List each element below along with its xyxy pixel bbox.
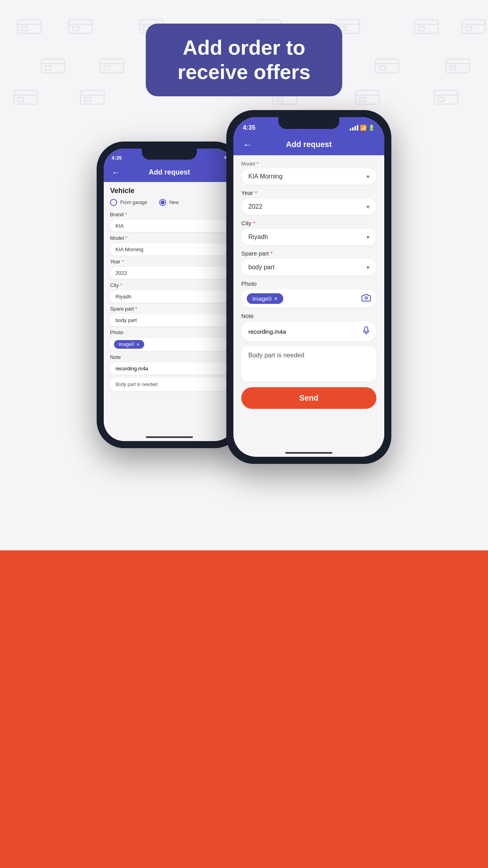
header-title-1: Add request [149,168,190,177]
model-label: Model * [110,235,229,241]
svg-rect-17 [418,27,424,31]
city-label-2: City * [241,220,376,226]
svg-rect-50 [438,97,444,101]
vehicle-radio-group: From garage New [110,199,229,206]
note-text-field-1[interactable]: Body part is needed [110,378,229,391]
svg-rect-35 [450,66,456,70]
chevron-model: ▾ [367,173,369,180]
signal-bars [350,125,358,131]
chevron-spare-part: ▾ [367,264,369,270]
note-audio-field-2[interactable]: recording.m4a [241,322,376,342]
note-label-2: Note [241,313,376,319]
form-content-2: Model * KIA Morning ▾ Year * 2022 ▾ City… [233,155,384,455]
radio-from-garage[interactable]: From garage [110,199,147,206]
image-tag-1: image0 ✕ [114,340,144,349]
city-dropdown-2[interactable]: Riyadh ▾ [241,229,376,245]
form-content-1: Vehicle From garage New Brand * [104,182,235,439]
svg-rect-47 [360,97,365,101]
notch-2 [279,117,339,129]
model-dropdown[interactable]: KIA Morning [110,243,229,256]
phone-frame-2: 4:35 ✈ 📶 🔋 ← Add request [226,110,391,464]
svg-rect-26 [104,66,110,70]
svg-rect-20 [466,27,471,31]
note-audio-field-1[interactable]: recording.m4a [110,362,229,375]
signal-bar-2 [352,127,354,131]
svg-rect-44 [277,97,283,101]
year-dropdown-2[interactable]: 2022 ▾ [241,199,376,215]
svg-rect-2 [22,27,28,31]
year-label: Year * [110,259,229,265]
banner-text: Add order to receive offers [177,35,311,85]
city-dropdown[interactable]: Riyadh [110,291,229,303]
camera-icon-2[interactable] [361,294,371,304]
home-indicator-2 [285,452,332,454]
header-banner: Add order to receive offers [146,24,342,96]
svg-rect-41 [84,97,90,101]
photo-field-2[interactable]: image0 ✕ [241,289,376,308]
note-textarea-2[interactable]: Body part is needed [241,346,376,382]
city-label: City * [110,282,229,288]
phone-screen-1: 4:35 ✈ ← Add request Vehicle From garage [104,149,235,441]
chevron-city: ▾ [367,234,369,240]
notch-1 [142,149,197,160]
mic-icon-2[interactable] [363,326,369,337]
svg-rect-38 [18,97,24,101]
spare-part-dropdown[interactable]: body part [110,314,229,326]
image-tag-2: image0 ✕ [247,293,283,304]
svg-rect-32 [379,66,385,70]
phones-container: 4:35 ✈ ← Add request Vehicle From garage [0,110,488,464]
app-header-1: ← Add request [104,165,235,182]
status-icons-2: 📶 🔋 [350,125,375,131]
background-bottom [0,550,488,868]
signal-bar-3 [354,126,356,131]
note-label-1: Note [110,354,229,360]
phone-screen-2: 4:35 ✈ 📶 🔋 ← Add request [233,117,384,457]
phone-frame-1: 4:35 ✈ ← Add request Vehicle From garage [97,142,242,448]
svg-point-51 [365,297,367,299]
model-dropdown-2[interactable]: KIA Morning ▾ [241,168,376,185]
header-title-2: Add request [286,140,332,149]
battery-icon: 🔋 [368,125,375,131]
svg-rect-52 [365,327,368,332]
year-dropdown[interactable]: 2022 [110,267,229,279]
model-partial-label: Model * [241,161,376,167]
send-button[interactable]: Send [241,387,376,409]
spare-part-label-2: Spare part * [241,250,376,257]
time-1: 4:35 [112,155,122,161]
radio-circle-new [159,199,166,206]
photo-label-1: Photo [110,329,229,335]
back-button-1[interactable]: ← [112,167,120,178]
brand-label: Brand * [110,211,229,217]
svg-rect-23 [45,66,51,70]
brand-dropdown[interactable]: KIA [110,220,229,232]
chevron-year: ▾ [367,204,369,210]
signal-bar-1 [350,129,351,131]
photo-label-2: Photo [241,280,376,287]
year-label-2: Year * [241,189,376,196]
time-2: 4:35 [243,124,255,131]
spare-part-label: Spare part * [110,306,229,312]
radio-circle-garage [110,199,117,206]
home-indicator-1 [146,436,193,438]
vehicle-section-title: Vehicle [110,187,229,195]
app-header-2: ← Add request [233,136,384,155]
back-button-2[interactable]: ← [243,139,252,150]
radio-new[interactable]: New [159,199,179,206]
spare-part-dropdown-2[interactable]: body part ▾ [241,259,376,276]
svg-rect-5 [73,27,79,31]
signal-bar-4 [357,125,358,131]
photo-field-1[interactable]: image0 ✕ [110,338,229,351]
wifi-icon: 📶 [360,125,367,131]
